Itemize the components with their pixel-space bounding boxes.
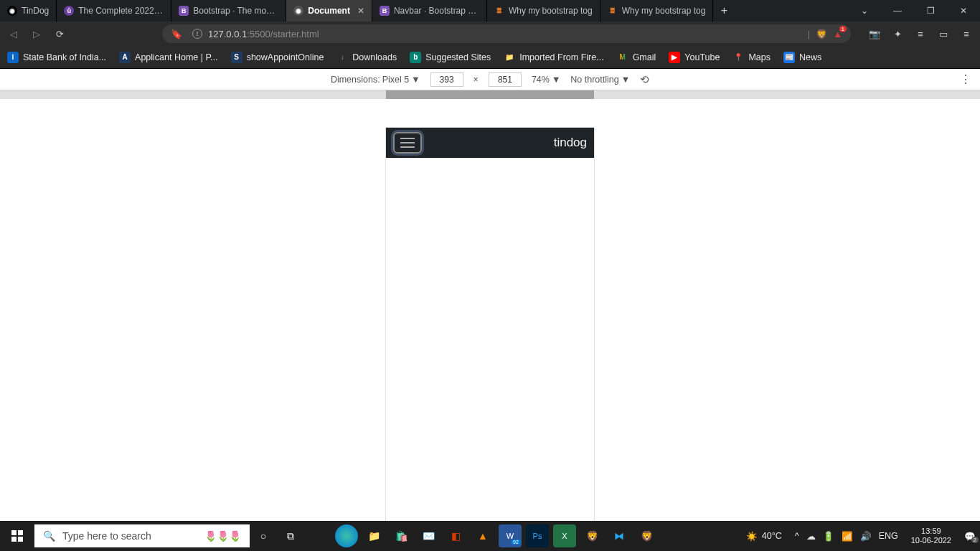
tray-battery-icon[interactable]: 🔋 [823, 531, 834, 542]
forward-button[interactable]: ▷ [30, 27, 43, 40]
wallet-icon[interactable]: ▭ [937, 27, 950, 40]
site-info-icon[interactable]: ! [192, 29, 202, 39]
bookmark-appoint[interactable]: SshowAppointOnline [231, 52, 324, 63]
explorer-icon[interactable]: 📁 [362, 524, 385, 547]
bookmark-news[interactable]: 📰News [783, 52, 821, 63]
hamburger-line [400, 138, 415, 139]
chevron-down-icon: ▼ [621, 75, 630, 85]
browser-toolbar: ◁ ▷ ⟳ 🔖 ! 127.0.0.1:5500/starter.html | … [0, 22, 980, 46]
tab-stackoverflow-1[interactable]: ≣ Why my bootstrap tog [487, 0, 600, 22]
bookmark-label: News [799, 52, 821, 62]
close-window-button[interactable]: ✕ [947, 0, 980, 22]
stackoverflow-icon: ≣ [608, 6, 618, 16]
tray-lang[interactable]: ENG [879, 531, 898, 541]
svg-rect-2 [11, 537, 17, 542]
navbar-brand[interactable]: tindog [554, 136, 587, 150]
download-icon: ↓ [336, 52, 348, 63]
close-tab-icon[interactable]: ✕ [357, 6, 364, 16]
bookmark-applicant[interactable]: AApplicant Home | P... [119, 52, 218, 63]
tray-onedrive-icon[interactable]: ☁ [806, 531, 816, 542]
hamburger-line [400, 146, 415, 148]
tab-label: Document [308, 6, 350, 16]
reload-button[interactable]: ⟳ [53, 27, 66, 40]
task-view-icon[interactable]: ⧉ [279, 524, 302, 547]
extensions-icon[interactable]: ✦ [891, 27, 904, 40]
toolbar-right: 📷 ✦ ≡ ▭ ≡ [868, 27, 973, 40]
excel-icon[interactable]: X [553, 524, 576, 547]
cortana-icon[interactable]: ○ [252, 524, 275, 547]
bookmark-icon[interactable]: 🔖 [171, 29, 182, 39]
page-navbar: tindog [386, 128, 594, 158]
taskbar-search[interactable]: 🔍 Type here to search 🌷🌷🌷 [34, 524, 250, 547]
svg-rect-3 [18, 537, 23, 542]
tab-document[interactable]: ◉ Document ✕ [286, 0, 372, 22]
folder-icon: 📁 [504, 52, 515, 63]
width-input[interactable] [430, 72, 463, 87]
brave-app-icon-2[interactable]: 🦁 [635, 524, 658, 547]
zoom-selector[interactable]: 74% ▼ [532, 75, 560, 85]
tab-search-button[interactable]: ⌄ [848, 0, 881, 22]
tab-tindog[interactable]: ◉ TinDog [0, 0, 57, 22]
vlc-icon[interactable]: ▲ [471, 524, 494, 547]
bookmark-youtube[interactable]: ▶YouTube [669, 52, 720, 63]
height-input[interactable] [489, 72, 522, 87]
bookmark-maps[interactable]: 📍Maps [732, 52, 771, 63]
bookmark-label: showAppointOnline [247, 52, 324, 62]
bookmark-suggested[interactable]: bSuggested Sites [410, 52, 491, 63]
mail-icon[interactable]: ✉️ [417, 524, 440, 547]
taskbar-clock[interactable]: 13:59 10-06-2022 [905, 527, 957, 545]
start-button[interactable] [0, 521, 34, 551]
playlist-icon[interactable]: ≡ [914, 27, 927, 40]
word-icon[interactable]: W92 [499, 524, 522, 547]
tab-udemy[interactable]: û The Complete 2022 W [57, 0, 171, 22]
window-controls: ⌄ — ❐ ✕ [848, 0, 980, 22]
brave-rewards-icon[interactable]: ▲1 [833, 29, 842, 39]
brave-app-icon[interactable]: 🦁 [580, 524, 603, 547]
bookmark-gmail[interactable]: MGmail [617, 52, 656, 63]
photoshop-icon[interactable]: Ps [526, 524, 549, 547]
tulip-icon: 🌷🌷🌷 [204, 530, 241, 542]
bookmark-label: Maps [748, 52, 771, 62]
office-icon[interactable]: ◧ [444, 524, 467, 547]
notifications-icon[interactable]: 💬2 [964, 531, 976, 542]
maximize-button[interactable]: ❐ [914, 0, 947, 22]
tray-wifi-icon[interactable]: 📶 [842, 531, 853, 542]
weather-widget[interactable]: ☀️ 40°C [746, 531, 782, 542]
globe-icon: ◉ [7, 6, 17, 16]
tray-volume-icon[interactable]: 🔊 [860, 531, 872, 542]
tab-bootstrap-navbar[interactable]: B Navbar · Bootstrap v5. [372, 0, 487, 22]
bookmark-imported[interactable]: 📁Imported From Fire... [504, 52, 603, 63]
device-selector[interactable]: Dimensions: Pixel 5 ▼ [331, 75, 420, 85]
tab-label: Bootstrap · The most p [193, 6, 278, 16]
bookmark-label: Downloads [352, 52, 397, 62]
bookmark-label: Suggested Sites [425, 52, 491, 62]
brave-shield-icon[interactable]: 🦁 [816, 29, 827, 39]
edge-icon[interactable] [335, 524, 358, 547]
bookmark-label: Applicant Home | P... [135, 52, 218, 62]
devtools-device-bar: Dimensions: Pixel 5 ▼ × 74% ▼ No throttl… [0, 69, 980, 90]
bookmark-downloads[interactable]: ↓Downloads [336, 52, 397, 63]
vscode-icon[interactable]: ⧓ [608, 524, 631, 547]
minimize-button[interactable]: — [881, 0, 914, 22]
bookmarks-bar: iState Bank of India... AApplicant Home … [0, 46, 980, 69]
back-button[interactable]: ◁ [7, 27, 20, 40]
screenshot-icon[interactable]: 📷 [868, 27, 881, 40]
tab-label: The Complete 2022 W [78, 6, 164, 16]
tab-stackoverflow-2[interactable]: ≣ Why my bootstrap tog [600, 0, 714, 22]
tab-bootstrap[interactable]: B Bootstrap · The most p [171, 0, 286, 22]
menu-icon[interactable]: ≡ [960, 27, 973, 40]
throttle-selector[interactable]: No throttling ▼ [570, 75, 630, 85]
navbar-toggler[interactable] [393, 132, 422, 154]
more-options-icon[interactable]: ⋮ [960, 72, 971, 86]
device-canvas: tindog [0, 99, 980, 521]
bookmark-sbi[interactable]: iState Bank of India... [7, 52, 106, 63]
system-tray: ☀️ 40°C ^ ☁ 🔋 📶 🔊 ENG 13:59 10-06-2022 💬… [746, 527, 980, 545]
store-icon[interactable]: 🛍️ [390, 524, 413, 547]
new-tab-button[interactable]: + [713, 0, 735, 22]
rotate-icon[interactable]: ⟲ [640, 73, 649, 86]
hamburger-line [400, 142, 415, 143]
bookmark-label: Imported From Fire... [519, 52, 603, 62]
address-bar[interactable]: 🔖 ! 127.0.0.1:5500/starter.html | 🦁 ▲1 [162, 24, 851, 43]
tray-chevron-icon[interactable]: ^ [795, 531, 799, 541]
svg-rect-1 [18, 530, 23, 535]
